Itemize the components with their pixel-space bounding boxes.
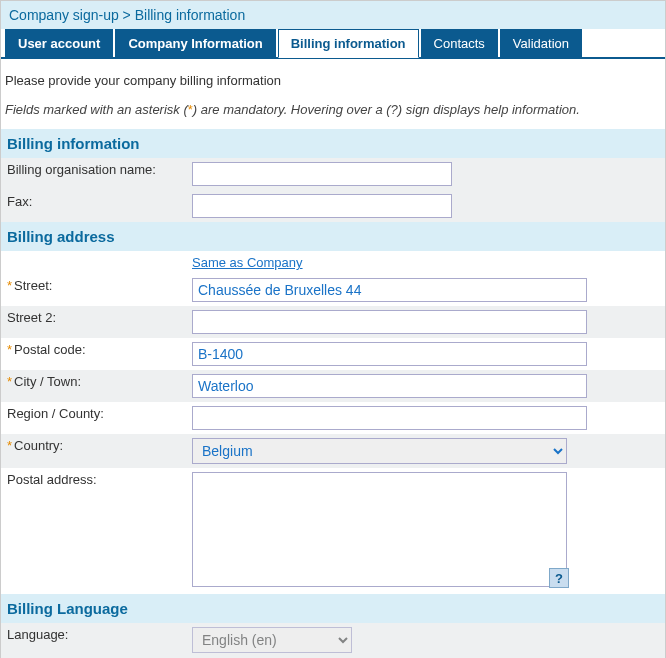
billing-info-table: Billing organisation name: Fax: (1, 158, 665, 222)
signup-form: Company sign-up > Billing information Us… (0, 0, 666, 658)
breadcrumb: Company sign-up > Billing information (1, 1, 665, 29)
tab-company-info[interactable]: Company Information (115, 29, 275, 57)
label-fax: Fax: (1, 190, 186, 222)
input-street[interactable] (192, 278, 587, 302)
help-icon[interactable]: ? (549, 568, 569, 588)
label-city: City / Town: (14, 374, 81, 389)
label-country: Country: (14, 438, 63, 453)
asterisk-icon: * (7, 278, 12, 293)
section-billing-address: Billing address (1, 222, 665, 251)
section-billing-language: Billing Language (1, 594, 665, 623)
section-billing-info: Billing information (1, 129, 665, 158)
mandatory-note: Fields marked with an asterisk (*) are m… (1, 94, 665, 129)
input-street2[interactable] (192, 310, 587, 334)
select-language[interactable]: English (en) (192, 627, 352, 653)
label-postal: Postal code: (14, 342, 86, 357)
asterisk-icon: * (7, 438, 12, 453)
intro-text: Please provide your company billing info… (1, 59, 665, 94)
label-street2: Street 2: (1, 306, 186, 338)
tab-validation[interactable]: Validation (500, 29, 582, 57)
label-org-name: Billing organisation name: (1, 158, 186, 190)
link-same-as-company[interactable]: Same as Company (192, 255, 303, 270)
billing-language-table: Language: English (en) (1, 623, 665, 657)
label-street: Street: (14, 278, 52, 293)
tabs: User account Company Information Billing… (1, 29, 665, 59)
tab-billing-info[interactable]: Billing information (278, 29, 419, 58)
select-country[interactable]: Belgium (192, 438, 567, 464)
content: Please provide your company billing info… (1, 59, 665, 658)
asterisk-icon: * (7, 342, 12, 357)
input-org-name[interactable] (192, 162, 452, 186)
tab-contacts[interactable]: Contacts (421, 29, 498, 57)
input-postal[interactable] (192, 342, 587, 366)
label-postal-addr: Postal address: (1, 468, 186, 594)
label-region: Region / County: (1, 402, 186, 434)
label-language: Language: (1, 623, 186, 657)
input-city[interactable] (192, 374, 587, 398)
asterisk-icon: * (7, 374, 12, 389)
input-fax[interactable] (192, 194, 452, 218)
tab-user-account[interactable]: User account (5, 29, 113, 57)
textarea-postal-addr[interactable] (192, 472, 567, 587)
input-region[interactable] (192, 406, 587, 430)
billing-address-table: Same as Company *Street: Street 2: *Post… (1, 251, 665, 594)
